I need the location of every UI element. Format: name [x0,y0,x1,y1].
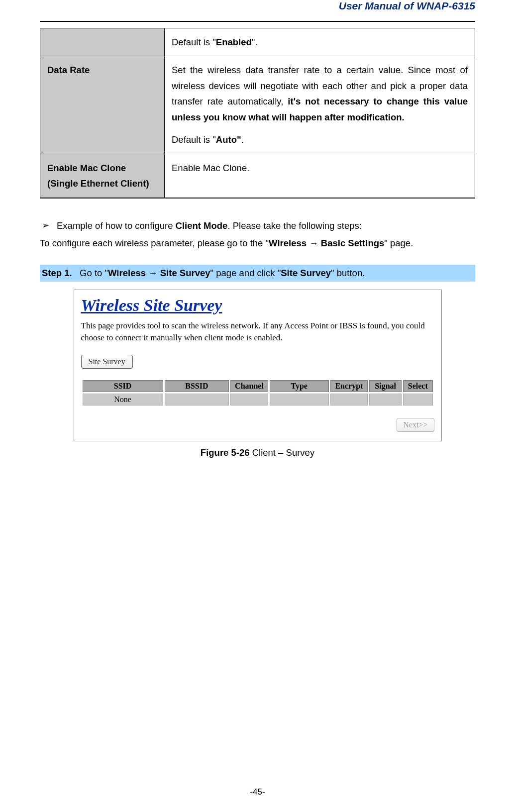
parameter-table: Default is "Enabled". Data Rate Set the … [40,28,475,199]
site-survey-button[interactable]: Site Survey [81,355,133,369]
next-button[interactable]: Next>> [397,418,434,432]
text-bold: Wireless → Site Survey [108,268,210,278]
text-bold: Client Mode [176,220,228,231]
screenshot-frame: Wireless Site Survey This page provides … [74,290,442,441]
text: . Please take the following steps: [227,220,361,231]
text-bold: Site Survey [281,268,331,278]
cell-select [403,394,432,406]
col-signal: Signal [369,380,402,392]
document-header: User Manual of WNAP-6315 [40,0,475,15]
config-text: To configure each wireless parameter, pl… [40,235,475,251]
screenshot-description: This page provides tool to scan the wire… [81,320,434,344]
page-number: -45- [0,787,515,797]
text: Default is " [172,37,216,47]
text: . [241,134,244,145]
step-bar: Step 1. Go to "Wireless → Site Survey" p… [40,265,475,282]
figure-label: Figure 5-26 [201,447,250,458]
cell-channel [230,394,268,406]
example-block: ➢ Example of how to configure Client Mod… [40,218,475,251]
col-encrypt: Encrypt [330,380,368,392]
figure-text: Client – Survey [250,447,315,458]
text: To configure each wireless parameter, pl… [40,238,269,248]
col-type: Type [270,380,329,392]
cell-ssid: None [83,394,163,406]
bullet-icon: ➢ [40,218,57,233]
col-channel: Channel [230,380,268,392]
text: " button. [331,268,365,278]
param-desc: Set the wireless data transfer rate to a… [165,56,475,154]
text-bold: Enabled [216,37,252,47]
cell-bssid [165,394,229,406]
col-bssid: BSSID [165,380,229,392]
table-row: None [83,394,433,406]
col-select: Select [403,380,432,392]
cell-encrypt [330,394,368,406]
param-desc: Enable Mac Clone. [165,154,475,198]
screenshot-title: Wireless Site Survey [81,296,434,315]
header-rule [40,21,475,22]
cell-type [270,394,329,406]
survey-results-table: SSID BSSID Channel Type Encrypt Signal S… [81,379,434,407]
text-bold: Auto" [216,134,241,145]
text: Example of how to configure [57,220,176,231]
table-row: Data Rate Set the wireless data transfer… [40,56,475,154]
text: " page. [384,238,413,248]
table-row: Default is "Enabled". [40,28,475,56]
cell-signal [369,394,402,406]
text: ". [252,37,258,47]
param-desc: Default is "Enabled". [165,28,475,56]
step-label: Step 1. [42,268,72,278]
text: " page and click " [210,268,281,278]
table-header-row: SSID BSSID Channel Type Encrypt Signal S… [83,380,433,392]
figure-caption: Figure 5-26 Client – Survey [40,447,475,458]
table-row: Enable Mac Clone (Single Ethernet Client… [40,154,475,198]
col-ssid: SSID [83,380,163,392]
text-bold: Wireless → Basic Settings [269,238,384,248]
bullet-text: Example of how to configure Client Mode.… [57,218,362,233]
param-label: Enable Mac Clone (Single Ethernet Client… [40,154,165,198]
text: Default is " [172,134,216,145]
param-label: Data Rate [40,56,165,154]
text: Go to " [80,268,108,278]
param-label [40,28,165,56]
